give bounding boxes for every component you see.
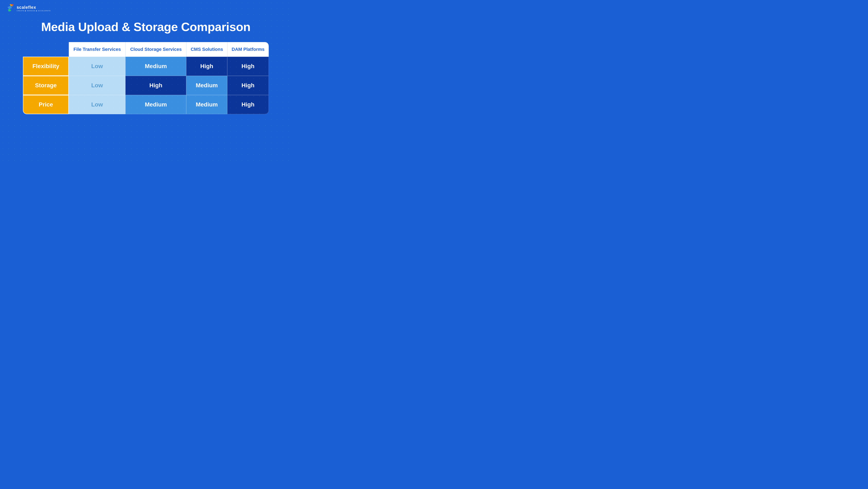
cell-price-col3: High: [227, 95, 269, 114]
table-row: FlexibilityLowMediumHighHigh: [23, 57, 269, 76]
comparison-table: File Transfer Services Cloud Storage Ser…: [23, 42, 269, 114]
header-cms: CMS Solutions: [186, 42, 227, 57]
cell-storage-col1: High: [125, 76, 186, 95]
table-row: PriceLowMediumMediumHigh: [23, 95, 269, 114]
header-cloud-storage: Cloud Storage Services: [125, 42, 186, 57]
cell-storage-col0: Low: [69, 76, 125, 95]
cell-flexibility-col1: Medium: [125, 57, 186, 76]
scaleflex-logo-icon: [6, 4, 15, 13]
logo-tagline: CREATE ▶ MANAGE ▶ ACCELERATE: [17, 10, 51, 12]
cell-storage-col2: Medium: [186, 76, 227, 95]
table-header-row: File Transfer Services Cloud Storage Ser…: [23, 42, 269, 57]
logo-text: scaleflex CREATE ▶ MANAGE ▶ ACCELERATE: [17, 5, 51, 12]
cell-price-col0: Low: [69, 95, 125, 114]
header-empty: [23, 42, 69, 57]
header-file-transfer: File Transfer Services: [69, 42, 125, 57]
cell-flexibility-col2: High: [186, 57, 227, 76]
comparison-table-container: File Transfer Services Cloud Storage Ser…: [23, 42, 269, 114]
row-label-flexibility: Flexibility: [23, 57, 69, 76]
cell-storage-col3: High: [227, 76, 269, 95]
row-label-price: Price: [23, 95, 69, 114]
header-dam: DAM Platforms: [227, 42, 269, 57]
cell-price-col1: Medium: [125, 95, 186, 114]
row-label-storage: Storage: [23, 76, 69, 95]
logo-name: scaleflex: [17, 5, 51, 9]
cell-flexibility-col3: High: [227, 57, 269, 76]
cell-price-col2: Medium: [186, 95, 227, 114]
table-row: StorageLowHighMediumHigh: [23, 76, 269, 95]
logo-area: scaleflex CREATE ▶ MANAGE ▶ ACCELERATE: [6, 4, 51, 13]
table-body: FlexibilityLowMediumHighHighStorageLowHi…: [23, 57, 269, 114]
cell-flexibility-col0: Low: [69, 57, 125, 76]
